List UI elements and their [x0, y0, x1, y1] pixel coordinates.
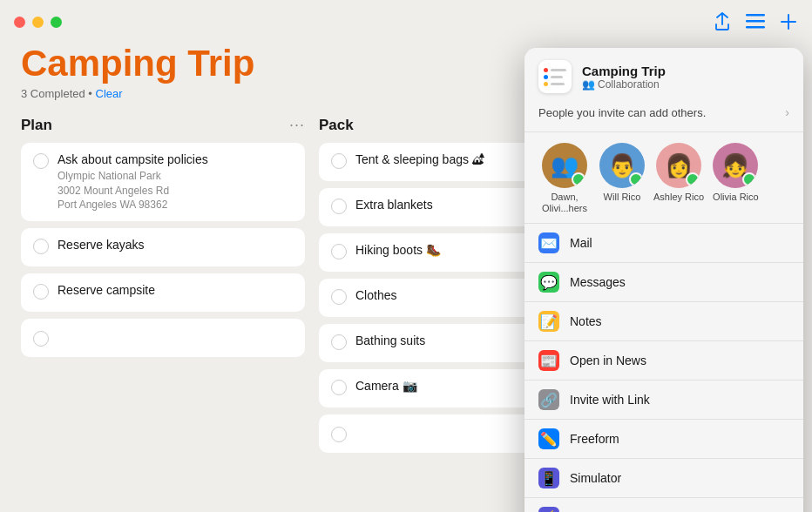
menu-items: ✉️ Mail 💬 Messages 📝 Notes 📰 Open in New… — [524, 224, 803, 512]
share-popup: Camping Trip 👥 Collaboration People you … — [524, 48, 803, 512]
mail-icon: ✉️ — [538, 232, 559, 253]
popup-note-sub: 👥 Collaboration — [582, 78, 666, 91]
invite-row[interactable]: People you invite can add others. › — [538, 100, 789, 121]
checkbox[interactable] — [331, 153, 347, 169]
item-text: Reserve campsite — [58, 282, 155, 300]
messages-icon: 💬 — [538, 272, 559, 293]
avatar-item-ashley[interactable]: 👩 Ashley Rico — [653, 143, 704, 214]
menu-item-messages[interactable]: 💬 Messages — [524, 263, 803, 302]
column-plan-more[interactable]: ··· — [289, 116, 305, 134]
rem-dot-yellow — [544, 82, 548, 86]
svg-rect-1 — [746, 20, 765, 23]
popup-title-row: Camping Trip 👥 Collaboration — [538, 60, 789, 93]
invite-text: People you invite can add others. — [538, 106, 706, 119]
column-plan-header: Plan ··· — [21, 116, 305, 134]
menu-item-shortcuts[interactable]: ⚡ Shortcuts — [524, 498, 803, 512]
menu-label-open-in-news: Open in News — [570, 354, 646, 367]
avatar-circle: 👥 — [542, 143, 587, 188]
link-icon: 🔗 — [538, 389, 559, 410]
checkbox[interactable] — [33, 239, 49, 254]
checkbox[interactable] — [331, 244, 347, 259]
avatar-circle: 👩 — [656, 143, 701, 188]
avatar-item-dawn[interactable]: 👥 Dawn, Olivi...hers — [538, 143, 591, 214]
subtitle-separator: • — [88, 87, 92, 100]
people-icon: 👥 — [582, 78, 595, 91]
svg-rect-2 — [746, 26, 765, 29]
shortcuts-icon: ⚡ — [538, 507, 559, 512]
menu-item-simulator[interactable]: 📱 Simulator — [524, 459, 803, 498]
rem-line-3 — [544, 82, 566, 86]
add-button[interactable] — [779, 12, 798, 31]
item-text: Reserve kayaks — [58, 237, 145, 254]
avatar-label: Dawn, Olivi...hers — [538, 192, 591, 214]
column-pack-title: Pack — [319, 117, 354, 134]
list-item[interactable]: Reserve kayaks — [21, 228, 305, 266]
rem-line-2 — [544, 75, 566, 79]
menu-item-open-in-news[interactable]: 📰 Open in News — [524, 341, 803, 381]
checkbox[interactable] — [33, 331, 49, 347]
list-item-empty[interactable] — [21, 319, 305, 357]
menu-label-mail: Mail — [570, 236, 592, 250]
menu-label-simulator: Simulator — [570, 471, 621, 485]
avatar-badge — [742, 172, 756, 186]
menu-label-notes: Notes — [570, 314, 602, 328]
clear-button[interactable]: Clear — [96, 87, 123, 100]
menu-item-invite-with-link[interactable]: 🔗 Invite with Link — [524, 381, 803, 420]
list-item[interactable]: Ask about campsite policies Olympic Nati… — [21, 143, 305, 221]
popup-note-info: Camping Trip 👥 Collaboration — [582, 64, 666, 91]
simulator-icon: 📱 — [538, 468, 559, 488]
item-subtext: Olympic National Park3002 Mount Angeles … — [58, 169, 208, 212]
item-text: Ask about campsite policies — [58, 152, 208, 169]
checkbox[interactable] — [331, 334, 347, 350]
avatar-label: Will Rico — [604, 192, 641, 203]
item-text: Hiking boots 🥾 — [355, 242, 441, 259]
list-view-button[interactable] — [746, 12, 765, 31]
avatar-item-will[interactable]: 👨 Will Rico — [599, 143, 645, 214]
avatar-badge — [686, 172, 700, 186]
menu-label-messages: Messages — [570, 275, 626, 289]
menu-label-invite-with-link: Invite with Link — [570, 393, 650, 407]
share-button[interactable] — [713, 12, 732, 31]
item-text: Bathing suits — [355, 333, 425, 350]
item-text: Tent & sleeping bags 🏕 — [355, 152, 484, 169]
avatar-badge — [629, 172, 643, 186]
column-plan-title: Plan — [21, 117, 52, 134]
toolbar-right — [713, 12, 798, 31]
avatar-circle: 👧 — [713, 143, 758, 188]
rem-dot-red — [544, 68, 548, 72]
close-button[interactable] — [14, 17, 25, 28]
rem-bar — [551, 76, 563, 78]
avatar-item-olivia[interactable]: 👧 Olivia Rico — [713, 143, 759, 214]
item-text: Camera 📷 — [355, 378, 417, 395]
menu-label-freeform: Freeform — [570, 432, 619, 446]
checkbox[interactable] — [331, 289, 347, 305]
rem-line-1 — [544, 68, 566, 72]
list-item[interactable]: Reserve campsite — [21, 273, 305, 312]
popup-header: Camping Trip 👥 Collaboration People you … — [524, 48, 803, 132]
avatar-label: Ashley Rico — [653, 192, 704, 203]
menu-item-mail[interactable]: ✉️ Mail — [524, 224, 803, 263]
completed-count: 3 Completed — [21, 87, 85, 100]
maximize-button[interactable] — [51, 17, 62, 28]
avatars-row: 👥 Dawn, Olivi...hers 👨 Will Rico 👩 Ashle… — [524, 132, 803, 224]
checkbox[interactable] — [331, 427, 347, 442]
menu-item-notes[interactable]: 📝 Notes — [524, 302, 803, 341]
checkbox[interactable] — [331, 380, 347, 395]
news-icon: 📰 — [538, 350, 559, 371]
traffic-lights — [14, 17, 62, 28]
notes-icon: 📝 — [538, 311, 559, 332]
chevron-right-icon: › — [785, 105, 789, 119]
avatar-badge — [572, 172, 585, 186]
avatar-circle: 👨 — [599, 143, 645, 188]
minimize-button[interactable] — [32, 17, 44, 28]
popup-note-title: Camping Trip — [582, 64, 666, 78]
menu-item-freeform[interactable]: ✏️ Freeform — [524, 420, 803, 459]
item-text: Clothes — [355, 287, 396, 305]
checkbox[interactable] — [33, 284, 49, 300]
checkbox[interactable] — [33, 153, 49, 169]
column-plan: Plan ··· Ask about campsite policies Oly… — [21, 116, 305, 460]
rem-bar — [551, 83, 565, 85]
avatar-label: Olivia Rico — [713, 192, 759, 203]
title-bar — [0, 0, 812, 44]
checkbox[interactable] — [331, 199, 347, 214]
